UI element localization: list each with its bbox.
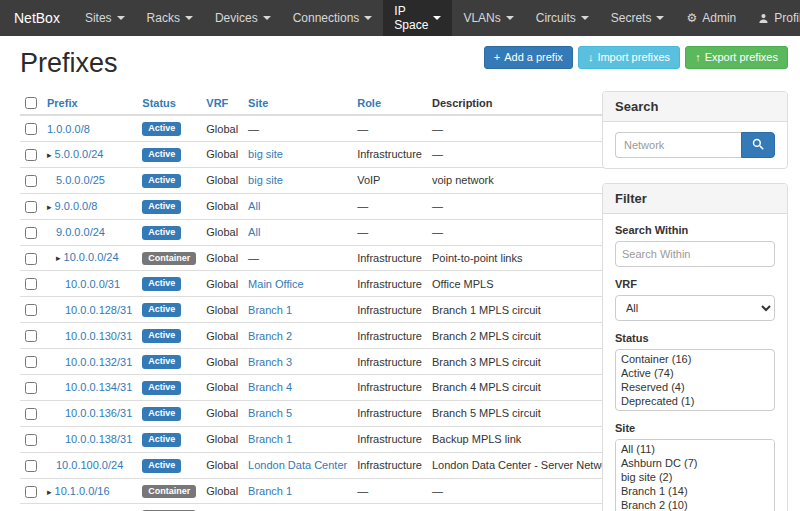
- site-link[interactable]: All: [248, 200, 260, 212]
- status-badge: Active: [142, 122, 181, 136]
- site-link[interactable]: Branch 1: [248, 433, 292, 445]
- navbar-item-circuits[interactable]: Circuits: [525, 0, 600, 36]
- filter-option[interactable]: All (11): [616, 442, 774, 456]
- prefix-link[interactable]: 10.0.0.130/31: [65, 330, 132, 342]
- navbar-item-secrets[interactable]: Secrets: [600, 0, 676, 36]
- page-title: Prefixes: [20, 48, 118, 79]
- description-value: London Data Center - Server Network: [432, 459, 617, 471]
- navbar-menu: SitesRacksDevicesConnectionsIP SpaceVLAN…: [74, 0, 676, 36]
- navbar-item-devices[interactable]: Devices: [204, 0, 282, 36]
- vrf-value: Global: [206, 226, 238, 238]
- navbar-item-vlans[interactable]: VLANs: [452, 0, 524, 36]
- profile-link[interactable]: Profile: [747, 0, 800, 36]
- navbar-item-ip-space[interactable]: IP Space: [383, 0, 452, 36]
- row-checkbox[interactable]: [25, 330, 37, 342]
- prefix-link[interactable]: 5.0.0.0/24: [55, 148, 104, 160]
- prefix-link[interactable]: 10.0.0.132/31: [65, 356, 132, 368]
- search-input[interactable]: [615, 132, 741, 158]
- site-link[interactable]: Branch 5: [248, 407, 292, 419]
- navbar-brand[interactable]: NetBox: [0, 0, 74, 36]
- row-checkbox[interactable]: [25, 253, 37, 265]
- vrf-value: Global: [206, 459, 238, 471]
- search-button[interactable]: [741, 132, 775, 158]
- site-multiselect[interactable]: All (11)Ashburn DC (7)big site (2)Branch…: [615, 439, 775, 511]
- filter-option[interactable]: Branch 1 (14): [616, 484, 774, 498]
- column-header-prefix[interactable]: Prefix: [47, 97, 78, 109]
- indent-spacer: [47, 365, 65, 366]
- prefix-link[interactable]: 9.0.0.0/24: [56, 226, 105, 238]
- row-checkbox[interactable]: [25, 227, 37, 239]
- site-cell: Branch 3: [243, 349, 352, 375]
- site-link[interactable]: Branch 3: [248, 356, 292, 368]
- row-checkbox[interactable]: [25, 149, 37, 161]
- filter-option[interactable]: Container (16): [616, 352, 774, 366]
- import-prefixes-button[interactable]: ↓ Import prefixes: [578, 46, 680, 69]
- prefix-link[interactable]: 10.0.0.0/31: [65, 278, 120, 290]
- user-icon: [758, 13, 769, 24]
- column-header-site[interactable]: Site: [248, 97, 268, 109]
- row-checkbox[interactable]: [25, 408, 37, 420]
- search-within-input[interactable]: [615, 241, 775, 267]
- add-prefix-button[interactable]: + Add a prefix: [484, 46, 573, 69]
- filter-option[interactable]: Branch 2 (10): [616, 498, 774, 511]
- row-checkbox[interactable]: [25, 382, 37, 394]
- row-checkbox[interactable]: [25, 201, 37, 213]
- status-multiselect[interactable]: Container (16)Active (74)Reserved (4)Dep…: [615, 349, 775, 411]
- column-header-role[interactable]: Role: [357, 97, 381, 109]
- indent-spacer: [47, 390, 65, 391]
- site-link[interactable]: Branch 4: [248, 381, 292, 393]
- expand-arrow-icon: ▸: [47, 202, 52, 212]
- row-checkbox[interactable]: [25, 123, 37, 135]
- export-prefixes-button[interactable]: ↑ Export prefixes: [685, 46, 788, 69]
- row-checkbox[interactable]: [25, 460, 37, 472]
- navbar-item-connections[interactable]: Connections: [282, 0, 384, 36]
- prefix-link[interactable]: 10.0.0.128/31: [65, 304, 132, 316]
- vrf-select[interactable]: All: [615, 295, 775, 321]
- site-cell: —: [243, 245, 352, 271]
- prefix-link[interactable]: 9.0.0.0/8: [55, 200, 98, 212]
- vrf-value: Global: [206, 252, 238, 264]
- row-checkbox[interactable]: [25, 434, 37, 446]
- table-row: ▸10.0.0.0/24 Container Global — Infrastr…: [20, 245, 622, 271]
- admin-link[interactable]: ⚙ Admin: [675, 0, 747, 36]
- prefix-link[interactable]: 10.1.0.0/16: [55, 485, 110, 497]
- site-link[interactable]: Branch 1: [248, 304, 292, 316]
- filter-option[interactable]: Reserved (4): [616, 380, 774, 394]
- site-link[interactable]: Branch 1: [248, 485, 292, 497]
- site-link[interactable]: big site: [248, 174, 283, 186]
- table-row: ▸10.0.0.128/31 Active Global Branch 1 In…: [20, 297, 622, 323]
- prefix-link[interactable]: 1.0.0.0/8: [47, 123, 90, 135]
- filter-option[interactable]: big site (2): [616, 470, 774, 484]
- site-link[interactable]: big site: [248, 148, 283, 160]
- column-header-vrf[interactable]: VRF: [206, 97, 228, 109]
- site-link[interactable]: Main Office: [248, 278, 303, 290]
- prefix-link[interactable]: 10.0.0.134/31: [65, 381, 132, 393]
- prefix-link[interactable]: 10.0.0.138/31: [65, 433, 132, 445]
- site-cell: Branch 1: [243, 297, 352, 323]
- vrf-value: Global: [206, 433, 238, 445]
- row-checkbox[interactable]: [25, 486, 37, 498]
- site-link[interactable]: All: [248, 226, 260, 238]
- chevron-down-icon: [364, 16, 372, 20]
- filter-option[interactable]: Deprecated (1): [616, 394, 774, 408]
- role-value: —: [357, 123, 368, 135]
- site-link[interactable]: London Data Center: [248, 459, 347, 471]
- prefix-link[interactable]: 10.0.0.136/31: [65, 407, 132, 419]
- indent-spacer: [47, 416, 65, 417]
- navbar-item-racks[interactable]: Racks: [136, 0, 204, 36]
- row-checkbox[interactable]: [25, 304, 37, 316]
- row-checkbox[interactable]: [25, 356, 37, 368]
- navbar-item-sites[interactable]: Sites: [74, 0, 136, 36]
- filter-option[interactable]: Active (74): [616, 366, 774, 380]
- prefix-link[interactable]: 10.0.100.0/24: [56, 459, 123, 471]
- status-badge: Active: [142, 459, 181, 473]
- row-checkbox[interactable]: [25, 175, 37, 187]
- select-all-checkbox[interactable]: [25, 97, 37, 109]
- filter-option[interactable]: Ashburn DC (7): [616, 456, 774, 470]
- row-checkbox[interactable]: [25, 278, 37, 290]
- prefix-link[interactable]: 10.0.0.0/24: [64, 251, 119, 263]
- table-row: ▸10.0.0.134/31 Active Global Branch 4 In…: [20, 375, 622, 401]
- column-header-status[interactable]: Status: [142, 97, 176, 109]
- prefix-link[interactable]: 5.0.0.0/25: [56, 174, 105, 186]
- site-link[interactable]: Branch 2: [248, 330, 292, 342]
